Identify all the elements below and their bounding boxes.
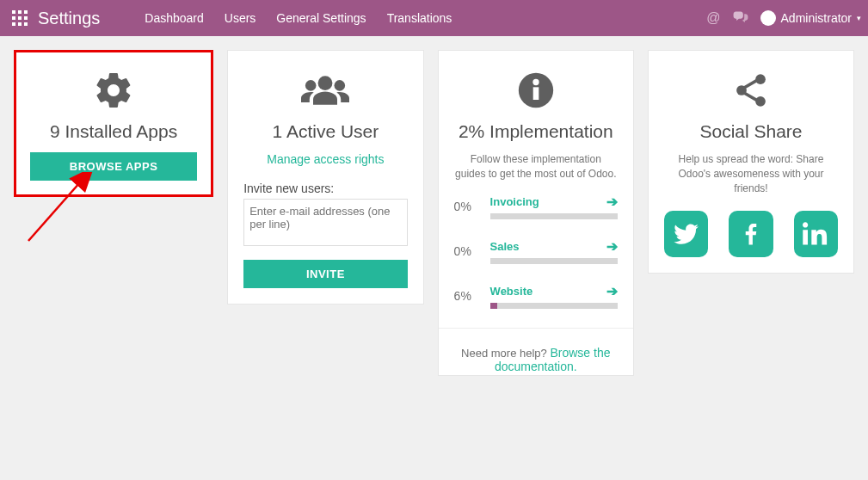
nav-users[interactable]: Users bbox=[214, 0, 267, 36]
nav-general-settings[interactable]: General Settings bbox=[266, 0, 376, 36]
impl-pct: 0% bbox=[454, 244, 482, 258]
svg-rect-1 bbox=[18, 10, 22, 14]
page-title: Settings bbox=[38, 9, 100, 28]
implementation-card: 2% Implementation Follow these implement… bbox=[438, 50, 634, 376]
impl-row-website: 6% Website ➔ bbox=[454, 283, 618, 309]
svg-rect-7 bbox=[18, 22, 22, 26]
svg-rect-5 bbox=[24, 16, 28, 20]
at-icon[interactable]: @ bbox=[706, 10, 720, 26]
active-user-card: 1 Active User Manage access rights Invit… bbox=[227, 50, 423, 305]
header-right: @ Administrator ▾ bbox=[706, 10, 861, 26]
twitter-icon[interactable] bbox=[664, 211, 708, 257]
user-name: Administrator bbox=[781, 11, 852, 25]
linkedin-icon[interactable] bbox=[794, 211, 838, 257]
svg-point-10 bbox=[305, 80, 317, 91]
share-icon bbox=[664, 66, 838, 114]
manage-access-link[interactable]: Manage access rights bbox=[243, 152, 407, 166]
svg-rect-8 bbox=[24, 22, 28, 26]
svg-point-11 bbox=[335, 80, 346, 91]
apps-icon[interactable] bbox=[12, 10, 28, 26]
svg-rect-0 bbox=[12, 10, 15, 14]
progress-bar bbox=[490, 303, 618, 309]
user-menu[interactable]: Administrator ▾ bbox=[760, 10, 861, 26]
chat-icon[interactable] bbox=[733, 10, 748, 26]
info-icon bbox=[454, 66, 618, 114]
impl-link-invoicing[interactable]: Invoicing bbox=[490, 195, 539, 208]
dashboard: 9 Installed Apps Browse Apps 1 Active Us… bbox=[0, 36, 868, 390]
impl-pct: 6% bbox=[454, 289, 482, 303]
invite-users-input[interactable] bbox=[243, 199, 407, 246]
progress-bar bbox=[490, 213, 618, 219]
svg-rect-6 bbox=[12, 22, 15, 26]
installed-apps-title: 9 Installed Apps bbox=[30, 121, 197, 142]
social-share-card: Social Share Help us spread the word: Sh… bbox=[648, 50, 854, 274]
app-header: Settings Dashboard Users General Setting… bbox=[0, 0, 868, 36]
facebook-icon[interactable] bbox=[729, 211, 773, 257]
svg-rect-13 bbox=[532, 87, 539, 100]
svg-point-9 bbox=[318, 76, 333, 90]
arrow-right-icon[interactable]: ➔ bbox=[606, 194, 618, 210]
social-buttons bbox=[664, 211, 838, 257]
impl-footer: Need more help? Browse the documentation… bbox=[439, 328, 633, 391]
arrow-right-icon[interactable]: ➔ bbox=[606, 238, 618, 255]
social-share-title: Social Share bbox=[664, 121, 838, 142]
invite-users-label: Invite new users: bbox=[243, 182, 407, 195]
svg-rect-3 bbox=[12, 16, 15, 20]
nav-translations[interactable]: Translations bbox=[377, 0, 463, 36]
nav-dashboard[interactable]: Dashboard bbox=[134, 0, 214, 36]
svg-rect-4 bbox=[18, 16, 22, 20]
installed-apps-card: 9 Installed Apps Browse Apps bbox=[14, 50, 213, 197]
browse-apps-button[interactable]: Browse Apps bbox=[30, 152, 197, 181]
impl-row-invoicing: 0% Invoicing ➔ bbox=[454, 194, 618, 219]
avatar bbox=[760, 10, 776, 26]
chevron-down-icon: ▾ bbox=[857, 14, 861, 22]
progress-bar bbox=[490, 258, 618, 264]
impl-link-sales[interactable]: Sales bbox=[490, 240, 520, 253]
arrow-right-icon[interactable]: ➔ bbox=[606, 283, 618, 299]
help-prefix: Need more help? bbox=[461, 347, 550, 360]
header-nav: Dashboard Users General Settings Transla… bbox=[134, 0, 462, 36]
invite-button[interactable]: Invite bbox=[243, 260, 407, 288]
implementation-title: 2% Implementation bbox=[454, 121, 618, 142]
impl-link-website[interactable]: Website bbox=[490, 285, 533, 298]
social-share-sub: Help us spread the word: Share Odoo's aw… bbox=[664, 152, 838, 195]
svg-point-14 bbox=[532, 79, 539, 85]
active-user-title: 1 Active User bbox=[243, 121, 407, 142]
svg-rect-2 bbox=[24, 10, 28, 14]
gear-icon bbox=[30, 66, 197, 114]
impl-pct: 0% bbox=[454, 200, 482, 213]
implementation-sub: Follow these implementation guides to ge… bbox=[454, 152, 618, 182]
users-icon bbox=[243, 66, 407, 114]
impl-row-sales: 0% Sales ➔ bbox=[454, 238, 618, 264]
